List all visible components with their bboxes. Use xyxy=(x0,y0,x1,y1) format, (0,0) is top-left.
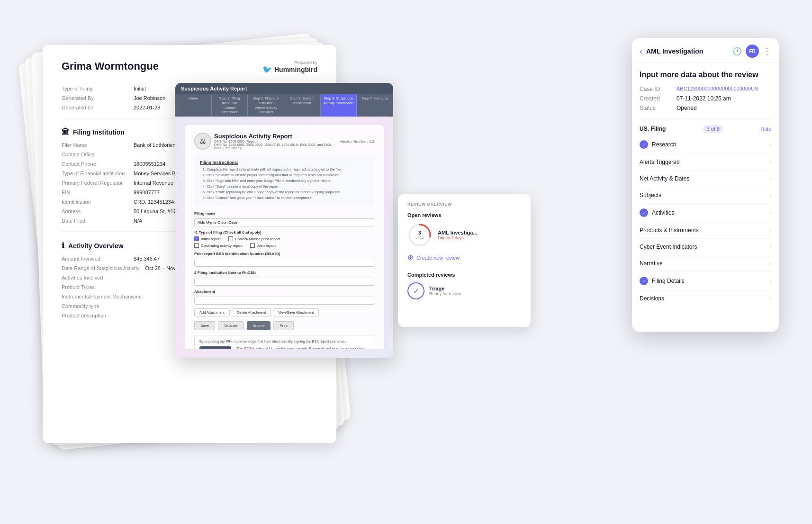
more-icon[interactable]: ⋮ xyxy=(763,46,771,56)
initial-report-cb: ✓ Initial report xyxy=(194,236,221,241)
aml-panel-header: ‹ AML Investigation 🕐 FB ⋮ xyxy=(632,38,779,63)
menu-item-subjects[interactable]: Subjects › xyxy=(640,187,771,204)
sign-with-pin-btn[interactable]: Sign with PIN xyxy=(199,346,231,349)
created-row: Created 07-11-2022 10:25 am xyxy=(640,95,771,102)
aml-divider-1 xyxy=(640,118,771,118)
view-save-attachment-btn[interactable]: View/Save Attachment xyxy=(273,308,319,316)
menu-item-research[interactable]: ✓ Research › xyxy=(640,136,771,154)
aml-avatar: FB xyxy=(746,45,759,58)
report-person-name: Grima Wormtongue xyxy=(62,60,159,74)
triage-info: Triage Ready for review xyxy=(429,286,521,296)
chevron-right-icon: › xyxy=(769,244,771,250)
type-filing-checkboxes: ✓ Initial report Correct/Amend prior rep… xyxy=(194,236,374,241)
aml-review-item: 3 of 11 AML Investiga... Due in 2 days xyxy=(407,223,521,247)
sar-form-header: Suspicious Activity Report xyxy=(175,83,393,94)
sar-title-block: Suspicious Activity Report OMB No. 1506-… xyxy=(214,133,337,150)
menu-item-activities[interactable]: ✓ Activities › xyxy=(640,204,771,222)
hummingbird-logo: 🐦 Hummingbird xyxy=(262,65,317,74)
aml-filing-header: US. Filing 3 of 8 Hide xyxy=(640,125,771,133)
sar-step-2[interactable]: Step 2: Financial InstitutionWhere Activ… xyxy=(248,94,284,117)
add-attachment-btn[interactable]: Add Attachment xyxy=(194,308,230,316)
chevron-right-icon: › xyxy=(769,175,771,182)
chevron-right-icon: › xyxy=(769,141,771,148)
chevron-right-icon: › xyxy=(769,159,771,165)
review-circle-text: 3 of 11 xyxy=(415,230,424,240)
bird-icon: 🐦 xyxy=(262,65,272,74)
menu-item-net-activity[interactable]: Net Activity & Dates › xyxy=(640,171,771,187)
save-btn[interactable]: Save xyxy=(194,321,215,330)
delete-attachment-btn[interactable]: Delete Attachment xyxy=(232,308,271,316)
chevron-right-icon: › xyxy=(769,227,771,234)
scroll-fade xyxy=(632,313,779,332)
filing-name-row: Filing name xyxy=(194,211,374,226)
chevron-right-icon: › xyxy=(769,209,771,216)
bank-icon: 🏛 xyxy=(62,128,69,136)
scene: Grima Wormtongue Prepared by 🐦 Hummingbi… xyxy=(0,0,812,524)
review-progress-circle: 3 of 11 xyxy=(407,223,432,247)
plus-icon: ⊕ xyxy=(407,253,414,262)
chevron-right-icon: › xyxy=(769,192,771,199)
create-review-btn[interactable]: ⊕ Create new review xyxy=(407,253,521,262)
check-icon-activities: ✓ xyxy=(640,208,648,217)
sar-body: ⚖ Suspicious Activity Report OMB No. 150… xyxy=(185,125,384,349)
menu-item-alerts[interactable]: Alerts Triggered › xyxy=(640,154,771,171)
report-header: Grima Wormtongue Prepared by 🐦 Hummingbi… xyxy=(62,60,317,74)
sar-form-card: Suspicious Activity Report Home Step 1: … xyxy=(175,83,393,358)
aml-header-actions: 🕐 FB ⋮ xyxy=(732,45,771,58)
clock-icon: 🕐 xyxy=(732,47,742,56)
info-icon: ℹ xyxy=(62,241,64,250)
attachment-row: Attachment xyxy=(194,289,374,305)
menu-item-decisions[interactable]: Decisions › xyxy=(640,290,771,307)
fincen-note-input[interactable] xyxy=(194,278,374,286)
chevron-right-icon: › xyxy=(769,260,771,267)
prior-bsa-input[interactable] xyxy=(194,259,374,267)
review-overview-card: REVIEW OVERVIEW Open reviews 3 of 11 AML… xyxy=(398,194,531,327)
check-icon-research: ✓ xyxy=(640,140,648,149)
chevron-right-icon: › xyxy=(769,295,771,302)
sign-box: By providing my PIN, I acknowledge that … xyxy=(194,335,374,349)
type-filing-checkboxes-2: Continuing activity report Joint report xyxy=(194,243,374,248)
validate-btn[interactable]: Validate xyxy=(218,321,244,330)
sar-step-1[interactable]: Step 1: Filing InstitutionContact Inform… xyxy=(212,94,248,117)
sar-steps: Home Step 1: Filing InstitutionContact I… xyxy=(175,94,393,117)
joint-report-cb: Joint report xyxy=(250,243,276,248)
triage-item: ✓ Triage Ready for review xyxy=(407,282,521,299)
prior-bsa-row: Prior report BSA Identification Number (… xyxy=(194,252,374,267)
case-id-row: Case ID ABC1230000000000000000000US xyxy=(640,86,771,92)
sar-instructions: Filing Instructions: Complete the report… xyxy=(194,155,374,206)
sar-step-5[interactable]: Step 5: Narrative xyxy=(357,94,393,117)
report-logo: Prepared by 🐦 Hummingbird xyxy=(262,60,317,74)
attachment-buttons: Add Attachment Delete Attachment View/Sa… xyxy=(194,308,374,316)
aml-panel: ‹ AML Investigation 🕐 FB ⋮ Input more da… xyxy=(632,38,779,332)
continuing-activity-cb: Continuing activity report xyxy=(194,243,243,248)
check-icon-filing: ✓ xyxy=(640,277,648,285)
sar-instructions-list: Complete the report in its entirety with… xyxy=(200,167,369,201)
aml-back-btn[interactable]: ‹ xyxy=(640,46,642,56)
sar-logo-area: ⚖ Suspicious Activity Report OMB No. 150… xyxy=(194,133,374,150)
chevron-right-icon: › xyxy=(769,278,771,284)
form-action-buttons: Save Validate Submit Print xyxy=(194,321,374,330)
sar-step-home[interactable]: Home xyxy=(175,94,212,117)
attachment-input[interactable] xyxy=(194,297,374,305)
status-row: Status Opened xyxy=(640,105,771,111)
menu-item-cyber[interactable]: Cyber Event Indicators › xyxy=(640,239,771,255)
print-btn[interactable]: Print xyxy=(273,321,293,330)
filing-name-input[interactable] xyxy=(194,218,374,226)
sar-step-3[interactable]: Step 3: SubjectInformation xyxy=(284,94,321,117)
sar-step-4[interactable]: Step 4: SuspiciousActivity Information xyxy=(321,94,357,117)
aml-panel-body: Input more data about the review Case ID… xyxy=(632,63,779,314)
sar-seal: ⚖ xyxy=(194,133,211,150)
review-item-info: AML Investiga... Due in 2 days xyxy=(438,230,521,240)
review-divider xyxy=(407,267,521,267)
menu-item-filing-details[interactable]: ✓ Filing Details › xyxy=(640,272,771,290)
submit-btn[interactable]: Submit xyxy=(247,321,271,330)
type-filing-row: *1 Type of filing (Check all that apply)… xyxy=(194,230,374,248)
aml-hide-btn[interactable]: Hide xyxy=(760,126,771,132)
correct-amend-cb: Correct/Amend prior report xyxy=(228,236,280,241)
menu-item-products[interactable]: Products & Instruments › xyxy=(640,222,771,239)
triage-check-circle: ✓ xyxy=(407,282,424,299)
menu-item-narrative[interactable]: Narrative › xyxy=(640,255,771,272)
fincen-note-row: 2 Filing Institution Note to FinCEN xyxy=(194,271,374,286)
